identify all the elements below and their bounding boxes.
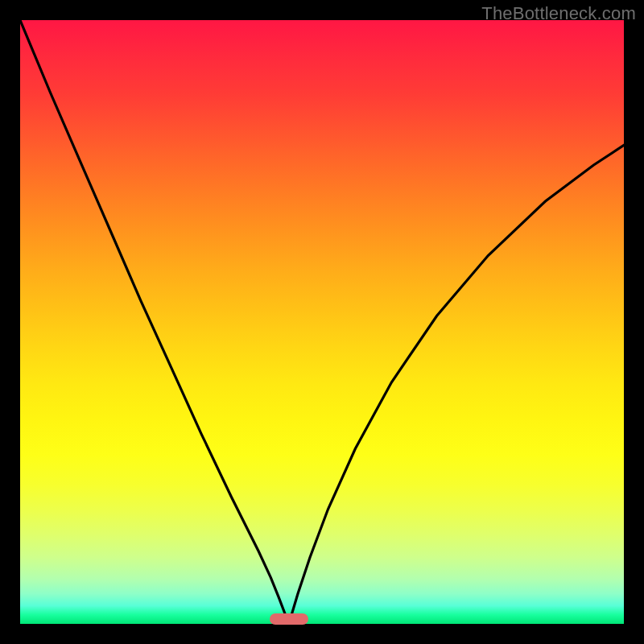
bottleneck-marker — [270, 613, 308, 625]
plot-area — [20, 20, 624, 624]
gradient-background — [20, 20, 624, 624]
